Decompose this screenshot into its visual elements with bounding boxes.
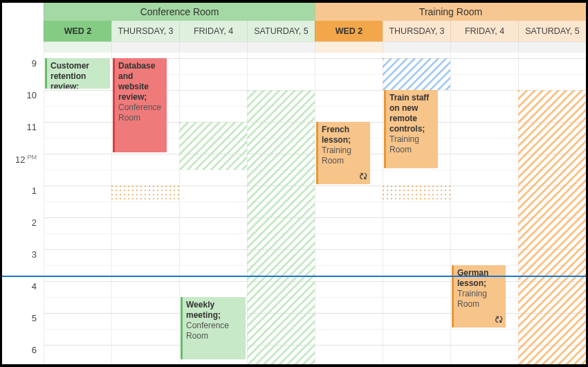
hour-label: 3 <box>32 249 37 260</box>
resource-conference-room: Conference Room WED 2 THURSDAY, 3 FRIDAY… <box>44 3 315 364</box>
allday-cell[interactable] <box>44 42 111 53</box>
hour-label: 1 <box>32 186 37 196</box>
hour-label: 9 <box>32 58 37 69</box>
allday-cell[interactable] <box>450 42 518 53</box>
event-title: Train staff on new remote controls; <box>389 93 434 134</box>
event-title: Database and website review; <box>118 61 163 102</box>
event-location: Conference Room <box>118 102 163 123</box>
hour-label: 2 <box>32 217 37 228</box>
day-header-sat[interactable]: SATURDAY, 5 <box>247 21 315 42</box>
day-header-wed[interactable]: WED 2 <box>315 21 383 42</box>
calendar-frame: 9 10 11 12PM 1 2 3 4 5 6 Conference Room… <box>2 3 586 364</box>
hour-label: 11 <box>27 122 37 132</box>
recurring-icon: 🗘 <box>495 315 503 325</box>
event-database-website[interactable]: Database and website review; Conference … <box>113 58 167 152</box>
hour-label: 10 <box>27 90 37 100</box>
event-title: French lesson; <box>322 125 367 145</box>
event-french-lesson[interactable]: French lesson; Training Room 🗘 <box>316 122 370 184</box>
event-title: Weekly meeting; <box>186 300 242 321</box>
event-title: German lesson; <box>457 268 502 289</box>
day-header-fri[interactable]: FRIDAY, 4 <box>450 21 518 42</box>
allday-row[interactable] <box>44 42 315 53</box>
event-weekly-meeting[interactable]: Weekly meeting; Conference Room <box>181 297 246 359</box>
allday-cell[interactable] <box>518 42 586 53</box>
time-gutter: 9 10 11 12PM 1 2 3 4 5 6 <box>2 3 44 364</box>
hour-label: 6 <box>32 345 37 355</box>
event-title: Customer retention review; <box>50 61 107 89</box>
hour-label: 12PM <box>15 154 37 165</box>
event-location: Training Room <box>457 289 502 310</box>
recurring-icon: 🗘 <box>359 172 367 182</box>
event-german-lesson[interactable]: German lesson; Training Room 🗘 <box>452 265 506 328</box>
day-header-row: WED 2 THURSDAY, 3 FRIDAY, 4 SATURDAY, 5 <box>315 21 586 42</box>
allday-cell[interactable] <box>315 42 383 53</box>
day-header-thu[interactable]: THURSDAY, 3 <box>111 21 179 42</box>
event-location: Conference Room <box>186 321 242 341</box>
resource-header: Conference Room <box>44 3 315 21</box>
day-header-row: WED 2 THURSDAY, 3 FRIDAY, 4 SATURDAY, 5 <box>44 21 315 42</box>
allday-row[interactable] <box>315 42 586 53</box>
resource-training-room: Training Room WED 2 THURSDAY, 3 FRIDAY, … <box>315 3 586 364</box>
event-customer-retention[interactable]: Customer retention review; Conference Ro… <box>45 58 110 89</box>
day-grid[interactable]: Customer retention review; Conference Ro… <box>44 53 315 364</box>
day-grid[interactable]: French lesson; Training Room 🗘 Train sta… <box>315 53 586 364</box>
day-header-thu[interactable]: THURSDAY, 3 <box>383 21 450 42</box>
allday-cell[interactable] <box>111 42 179 53</box>
event-location: Training Room <box>389 134 434 155</box>
day-header-fri[interactable]: FRIDAY, 4 <box>179 21 247 42</box>
resource-header: Training Room <box>315 3 586 21</box>
hour-label: 5 <box>32 313 37 323</box>
event-train-staff[interactable]: Train staff on new remote controls; Trai… <box>384 90 438 168</box>
allday-cell[interactable] <box>383 42 450 53</box>
hour-label: 4 <box>32 281 37 292</box>
allday-cell[interactable] <box>179 42 247 53</box>
current-time-indicator <box>2 276 586 277</box>
event-location: Training Room <box>322 145 367 166</box>
allday-cell[interactable] <box>247 42 315 53</box>
day-header-sat[interactable]: SATURDAY, 5 <box>518 21 586 42</box>
day-header-wed[interactable]: WED 2 <box>44 21 111 42</box>
